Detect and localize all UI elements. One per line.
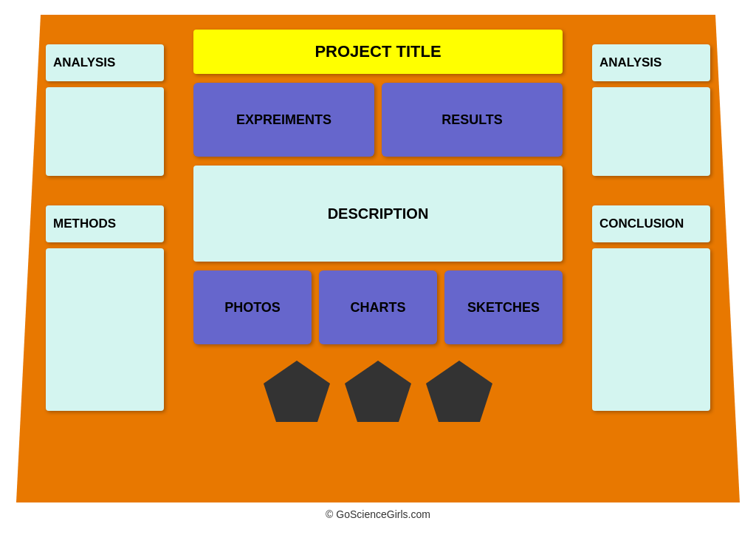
experiments-results-row: EXPREIMENTS RESULTS <box>193 83 563 157</box>
pentagons-row <box>193 353 563 435</box>
left-panel: ANALYSIS METHODS <box>16 15 179 502</box>
pentagon-1 <box>260 357 334 427</box>
pentagon-3 <box>422 357 496 427</box>
left-top-card <box>46 87 164 176</box>
left-analysis-label: ANALYSIS <box>46 44 164 81</box>
left-bottom-card <box>46 248 164 411</box>
right-analysis-label: ANALYSIS <box>592 44 710 81</box>
photos-card: PHOTOS <box>193 270 312 344</box>
svg-marker-2 <box>426 361 492 422</box>
science-board: ANALYSIS METHODS PROJECT TITLE EXPREIMEN… <box>16 15 740 502</box>
right-bottom-card <box>592 248 710 411</box>
right-panel: ANALYSIS CONCLUSION <box>577 15 740 502</box>
description-card: DESCRIPTION <box>193 166 563 262</box>
center-panel: PROJECT TITLE EXPREIMENTS RESULTS DESCRI… <box>179 15 577 502</box>
pentagon-2 <box>341 357 415 427</box>
footer-text: © GoScienceGirls.com <box>326 508 430 520</box>
svg-marker-1 <box>345 361 411 422</box>
sketches-card: SKETCHES <box>444 270 563 344</box>
project-title: PROJECT TITLE <box>193 30 563 74</box>
svg-marker-0 <box>264 361 330 422</box>
charts-card: CHARTS <box>319 270 437 344</box>
right-top-card <box>592 87 710 176</box>
left-methods-label: METHODS <box>46 205 164 242</box>
photos-charts-sketches-row: PHOTOS CHARTS SKETCHES <box>193 270 563 344</box>
results-card: RESULTS <box>382 83 563 157</box>
experiments-card: EXPREIMENTS <box>193 83 374 157</box>
right-conclusion-label: CONCLUSION <box>592 205 710 242</box>
